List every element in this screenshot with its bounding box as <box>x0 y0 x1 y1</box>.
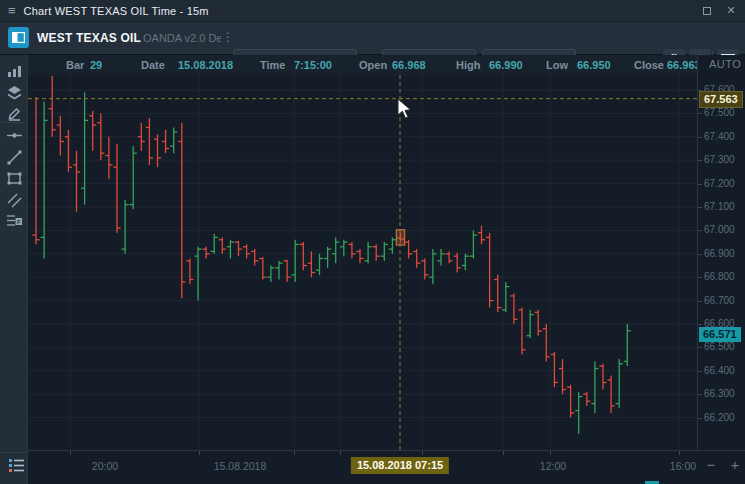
rectangle-tool[interactable] <box>6 170 23 187</box>
info-field-value: 66.968 <box>392 59 426 71</box>
info-field-label: Date <box>141 59 165 71</box>
price-axis-label: 67.000 <box>704 224 735 235</box>
price-axis-tick <box>698 394 702 395</box>
maximize-button[interactable] <box>697 2 717 19</box>
price-axis-tick <box>698 254 702 255</box>
objects-list-tool[interactable] <box>8 458 25 475</box>
price-axis-tick <box>698 113 702 114</box>
info-field-label: Time <box>260 59 285 71</box>
panel-split-icon <box>12 32 25 43</box>
time-axis-tick <box>422 451 423 455</box>
info-field-label: Open <box>359 59 387 71</box>
price-axis-label: 66.200 <box>704 412 735 423</box>
sidebar-separator <box>2 452 26 453</box>
time-axis-tick <box>70 451 71 455</box>
window-menu-icon[interactable]: ≡ <box>8 4 16 17</box>
time-axis[interactable]: − + 20:0015.08.201812:0016:0015.08.2018 … <box>28 450 745 484</box>
svg-text:F: F <box>17 219 21 225</box>
ohlc-info-bar: Bar29Date15.08.2018Time7:15:00Open66.968… <box>28 55 697 75</box>
price-axis-label: 67.400 <box>704 131 735 142</box>
rectangle-icon <box>6 170 23 187</box>
auto-scale-button[interactable]: AUTO <box>709 58 741 70</box>
time-axis-tick <box>340 451 341 455</box>
price-axis-tick <box>698 230 702 231</box>
price-axis-label: 67.100 <box>704 201 735 212</box>
price-axis-label: 66.900 <box>704 248 735 259</box>
price-axis-label: 66.500 <box>704 341 735 352</box>
price-axis-tick <box>698 160 702 161</box>
price-axis-tick <box>698 371 702 372</box>
objects-list-icon <box>8 458 25 473</box>
bar-chart-icon <box>6 63 23 80</box>
trend-line-tool[interactable] <box>6 149 23 166</box>
window-title: Chart WEST TEXAS OIL Time - 15m <box>24 5 209 17</box>
parallel-lines-icon <box>6 192 23 209</box>
crosshair-time-label: 15.08.2018 07:15 <box>351 457 449 474</box>
pencil-icon <box>6 105 23 122</box>
price-axis-label: 66.800 <box>704 271 735 282</box>
price-axis[interactable]: AUTO 67.60067.50067.40067.30067.20067.10… <box>697 55 745 450</box>
info-field-value: 66.963 <box>667 59 701 71</box>
symbol-menu-icon[interactable]: ⋮ <box>222 30 234 44</box>
draw-tool[interactable] <box>6 105 23 122</box>
time-axis-tick <box>294 451 295 455</box>
panel-logo-button[interactable] <box>8 27 29 48</box>
account-name: OANDA v2.0 Demo <box>143 32 221 44</box>
close-button[interactable]: ✕ <box>721 2 741 19</box>
fibonacci-icon: F <box>6 212 23 229</box>
zoom-in-button[interactable]: + <box>727 456 743 473</box>
chart-plot-area[interactable] <box>28 75 697 450</box>
title-bar: ≡ Chart WEST TEXAS OIL Time - 15m ✕ <box>0 0 745 22</box>
price-axis-tick <box>698 207 702 208</box>
info-field-label: Close <box>634 59 664 71</box>
time-axis-label: 20:00 <box>92 460 118 472</box>
price-axis-tick <box>698 184 702 185</box>
info-field-label: Bar <box>66 59 84 71</box>
trend-line-icon <box>6 149 23 166</box>
price-axis-tick <box>698 301 702 302</box>
price-axis-label: 67.300 <box>704 154 735 165</box>
price-axis-label: 66.300 <box>704 388 735 399</box>
price-axis-tick <box>698 418 702 419</box>
drawing-tools-sidebar: F <box>0 55 28 484</box>
price-axis-tick <box>698 347 702 348</box>
price-axis-label: 67.200 <box>704 178 735 189</box>
info-field-label: Low <box>546 59 568 71</box>
time-axis-label: 16:00 <box>670 460 696 472</box>
time-axis-tick <box>550 451 551 455</box>
fibonacci-tool[interactable]: F <box>6 212 23 229</box>
horizontal-line-icon <box>6 127 23 144</box>
horizontal-line-tool[interactable] <box>6 127 23 144</box>
time-axis-tick <box>199 451 200 455</box>
time-axis-label: 12:00 <box>540 460 566 472</box>
price-axis-tick <box>698 137 702 138</box>
time-axis-tick <box>503 451 504 455</box>
last-price-badge: 66.571 <box>699 327 741 342</box>
info-field-value: 7:15:00 <box>294 59 332 71</box>
zoom-out-button[interactable]: − <box>703 456 719 473</box>
price-axis-label: 67.500 <box>704 107 735 118</box>
parallel-lines-tool[interactable] <box>6 192 23 209</box>
crosshair-price-label: 67.563 <box>699 91 743 108</box>
price-axis-label: 66.700 <box>704 295 735 306</box>
chart-toolbar: WEST TEXAS OIL OANDA v2.0 Demo ⋮ Time - … <box>0 22 745 55</box>
layers-icon <box>6 84 23 101</box>
info-field-value: 66.950 <box>577 59 611 71</box>
time-axis-tick <box>679 451 680 455</box>
chart-type-tool[interactable] <box>6 63 23 80</box>
symbol-name: WEST TEXAS OIL <box>37 31 141 45</box>
info-field-value: 15.08.2018 <box>178 59 233 71</box>
info-field-label: High <box>456 59 480 71</box>
time-axis-label: 15.08.2018 <box>214 460 267 472</box>
layers-tool[interactable] <box>6 84 23 101</box>
maximize-icon <box>703 7 711 15</box>
price-axis-tick <box>698 277 702 278</box>
info-field-value: 29 <box>90 59 102 71</box>
price-axis-tick <box>698 324 702 325</box>
info-field-value: 66.990 <box>489 59 523 71</box>
sidebar-separator <box>2 122 26 123</box>
chart-window: ≡ Chart WEST TEXAS OIL Time - 15m ✕ WEST… <box>0 0 745 484</box>
price-axis-label: 66.400 <box>704 365 735 376</box>
